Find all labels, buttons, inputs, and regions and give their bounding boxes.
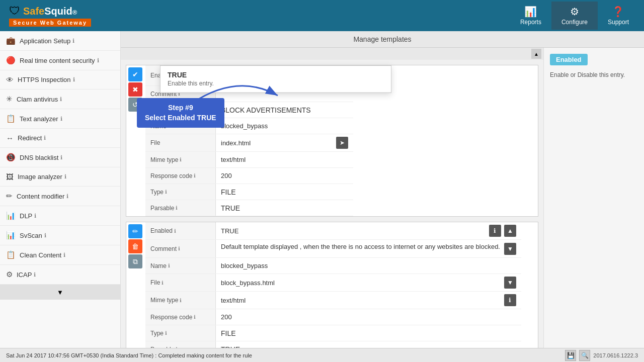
entry2-name-label: Name ℹ bbox=[145, 258, 216, 274]
search-status-icon[interactable]: 🔍 bbox=[579, 350, 590, 361]
app-name: SafeSquid® bbox=[23, 6, 77, 17]
image-help-icon[interactable]: ℹ bbox=[64, 173, 66, 180]
entry2-response-help-icon[interactable]: ℹ bbox=[194, 314, 196, 320]
sidebar-item-dlp[interactable]: 📊 DLP ℹ bbox=[0, 206, 120, 226]
sidebar: 💼 Application Setup ℹ 🔴 Real time conten… bbox=[0, 31, 121, 348]
entry2-mime-help-icon[interactable]: ℹ bbox=[180, 298, 182, 303]
entry2-response-row: Response code ℹ 200 bbox=[145, 309, 521, 325]
sidebar-item-svscan[interactable]: 📊 SvScan ℹ bbox=[0, 226, 120, 245]
mime-help-icon[interactable]: ℹ bbox=[180, 157, 182, 162]
sidebar-item-icap[interactable]: ⚙ ICAP ℹ bbox=[0, 265, 120, 285]
entry1-edit-button[interactable]: ✔ bbox=[128, 67, 142, 81]
clam-icon: ✳ bbox=[6, 95, 13, 104]
sidebar-item-redirect[interactable]: ↔ Redirect ℹ bbox=[0, 129, 120, 148]
entry2-enabled-help-icon[interactable]: ℹ bbox=[174, 228, 176, 234]
content-help-icon[interactable]: ℹ bbox=[66, 193, 68, 200]
dlp-icon: 📊 bbox=[6, 211, 16, 220]
entry2-up-button[interactable]: ▲ bbox=[504, 225, 516, 237]
sidebar-item-app-setup[interactable]: 💼 Application Setup ℹ bbox=[0, 31, 120, 51]
entry2-copy-button[interactable]: ⧉ bbox=[128, 254, 142, 268]
svscan-help-icon[interactable]: ℹ bbox=[44, 232, 46, 239]
entry2-type-help-icon[interactable]: ℹ bbox=[165, 330, 167, 336]
sidebar-item-dns[interactable]: 📵 DNS blacklist ℹ bbox=[0, 148, 120, 167]
right-panel: Enabled Enable or Disable this entry. bbox=[543, 48, 644, 348]
logo-shield-icon: 🛡 bbox=[9, 5, 20, 18]
entry1-parsable-label: Parsable ℹ bbox=[145, 200, 216, 216]
file-goto-button[interactable]: ➤ bbox=[336, 137, 348, 149]
clean-help-icon[interactable]: ℹ bbox=[63, 252, 65, 258]
text-help-icon[interactable]: ℹ bbox=[60, 116, 62, 122]
nav-reports[interactable]: 📊 Reports bbox=[510, 2, 551, 30]
entry2-mime-label: Mime type ℹ bbox=[145, 292, 216, 309]
entry2-comment-help-icon[interactable]: ℹ bbox=[178, 246, 180, 251]
entry1-file-row: File index.html ➤ bbox=[145, 134, 353, 152]
https-icon: 👁 bbox=[6, 75, 14, 84]
sidebar-item-content[interactable]: ✏ Content modifier ℹ bbox=[0, 187, 120, 206]
entry1-delete-button[interactable]: ✖ bbox=[128, 82, 142, 97]
entry1-response-value: 200 bbox=[216, 168, 353, 184]
entry1-response-label: Response code ℹ bbox=[145, 168, 216, 184]
entry2-mime-value: text/html ℹ bbox=[216, 292, 521, 309]
entry2-fields: Enabled ℹ TRUE ℹ ▲ bbox=[145, 222, 521, 348]
entry1-type-row: Type ℹ FILE bbox=[145, 184, 353, 200]
sidebar-item-realtime[interactable]: 🔴 Real time content security ℹ bbox=[0, 51, 120, 70]
entry2-mime-info-button[interactable]: ℹ bbox=[504, 294, 516, 306]
entry2-name-help-icon[interactable]: ℹ bbox=[168, 263, 170, 268]
entry2-parsable-value: TRUE bbox=[216, 341, 521, 348]
nav-configure[interactable]: ⚙ Configure bbox=[551, 2, 598, 30]
realtime-help-icon[interactable]: ℹ bbox=[97, 57, 99, 64]
main-layout: 💼 Application Setup ℹ 🔴 Real time conten… bbox=[0, 31, 644, 348]
entry1-type-value: FILE bbox=[216, 184, 353, 200]
entry2-delete-button[interactable]: 🗑 bbox=[128, 239, 142, 253]
entry2-info-button[interactable]: ℹ bbox=[489, 225, 501, 237]
sidebar-item-https[interactable]: 👁 HTTPS Inspection ℹ bbox=[0, 70, 120, 89]
scroll-up-button[interactable]: ▲ bbox=[531, 49, 541, 59]
clam-help-icon[interactable]: ℹ bbox=[60, 96, 62, 103]
logo-area: 🛡 SafeSquid® Secure Web Gateway bbox=[5, 3, 95, 29]
entry2-file-row: File ℹ block_bypass.html ▼ bbox=[145, 274, 521, 292]
type-help-icon[interactable]: ℹ bbox=[165, 189, 167, 195]
icap-help-icon[interactable]: ℹ bbox=[34, 272, 36, 278]
https-help-icon[interactable]: ℹ bbox=[73, 76, 75, 83]
entry2-response-value: 200 bbox=[216, 309, 521, 325]
entry2-enabled-value: TRUE ℹ ▲ bbox=[216, 222, 521, 239]
top-navigation: 🛡 SafeSquid® Secure Web Gateway 📊 Report… bbox=[0, 0, 644, 31]
entry2-file-down-button[interactable]: ▼ bbox=[504, 277, 516, 289]
nav-support[interactable]: ❓ Support bbox=[598, 2, 639, 30]
entry2-parsable-help-icon[interactable]: ℹ bbox=[176, 346, 178, 348]
save-icon[interactable]: 💾 bbox=[565, 350, 576, 361]
right-panel-description: Enable or Disable this entry. bbox=[550, 70, 638, 79]
image-icon: 🖼 bbox=[6, 172, 14, 181]
redirect-help-icon[interactable]: ℹ bbox=[44, 135, 46, 141]
sidebar-item-clean[interactable]: 📋 Clean Content ℹ bbox=[0, 245, 120, 265]
dlp-help-icon[interactable]: ℹ bbox=[34, 213, 36, 219]
entry2-name-row: Name ℹ blocked_bypass bbox=[145, 258, 521, 274]
entry2-edit-button[interactable]: ✏ bbox=[128, 224, 142, 238]
entry1-mime-label: Mime type ℹ bbox=[145, 152, 216, 167]
entry2-comment-row: Comment ℹ Default template displayed , w… bbox=[145, 240, 521, 258]
entry2-file-label: File ℹ bbox=[145, 274, 216, 291]
icap-icon: ⚙ bbox=[6, 270, 13, 279]
dns-icon: 📵 bbox=[6, 153, 16, 162]
entry2-type-row: Type ℹ FILE bbox=[145, 325, 521, 341]
dns-help-icon[interactable]: ℹ bbox=[60, 154, 62, 161]
sidebar-scroll-down[interactable]: ▼ bbox=[0, 285, 120, 300]
parsable-help-icon[interactable]: ℹ bbox=[176, 205, 178, 211]
sidebar-item-text-analyzer[interactable]: 📋 Text analyzer ℹ bbox=[0, 109, 120, 129]
sidebar-item-clam[interactable]: ✳ Clam antivirus ℹ bbox=[0, 89, 120, 109]
entry2-type-value: FILE bbox=[216, 325, 521, 341]
entry2-comment-down-button[interactable]: ▼ bbox=[504, 243, 516, 255]
response-help-icon[interactable]: ℹ bbox=[194, 173, 196, 178]
app-setup-help-icon[interactable]: ℹ bbox=[72, 38, 74, 44]
entry2-parsable-label: Parsable ℹ bbox=[145, 341, 216, 348]
version-text: 2017.0616.1222.3 bbox=[593, 352, 638, 358]
entry2-type-label: Type ℹ bbox=[145, 325, 216, 341]
realtime-icon: 🔴 bbox=[6, 56, 16, 65]
sidebar-item-image[interactable]: 🖼 Image analyzer ℹ bbox=[0, 167, 120, 187]
entry2-file-help-icon[interactable]: ℹ bbox=[162, 280, 164, 286]
entry1-type-label: Type ℹ bbox=[145, 184, 216, 200]
entry1-parsable-value: TRUE bbox=[216, 200, 353, 216]
entry2-file-value: block_bypass.html ▼ bbox=[216, 274, 521, 291]
content-area: Manage templates ▲ ✔ ✖ ↺ bbox=[121, 31, 644, 348]
reports-icon: 📊 bbox=[524, 6, 537, 18]
